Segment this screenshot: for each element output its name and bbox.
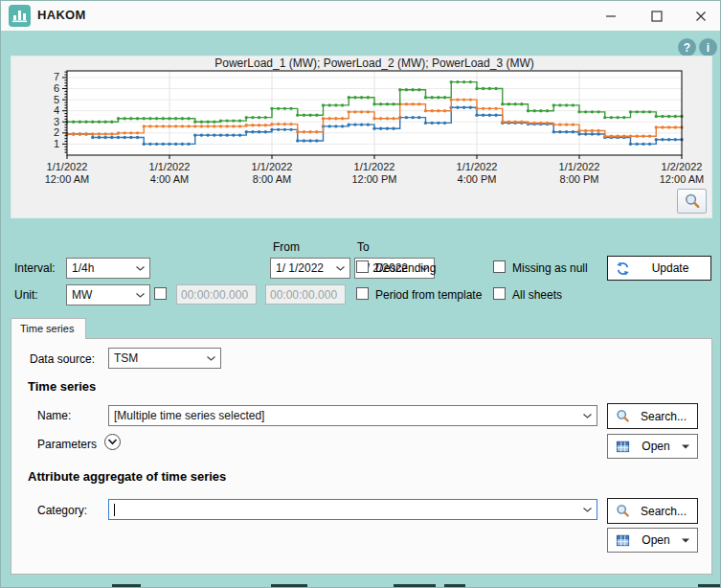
svg-text:8:00 AM: 8:00 AM [253, 173, 291, 185]
interval-select[interactable]: 1/4h [66, 258, 150, 279]
category-input[interactable] [108, 499, 597, 520]
data-source-select[interactable]: TSM [108, 348, 221, 369]
descending-checkbox[interactable] [356, 260, 369, 273]
to-label: To [357, 240, 370, 254]
svg-text:4:00 PM: 4:00 PM [458, 173, 497, 185]
period-from-template-label: Period from template [375, 288, 482, 302]
minimize-button[interactable] [590, 1, 632, 31]
chevron-down-icon [207, 356, 215, 361]
open-category-button[interactable]: Open [607, 528, 698, 553]
chevron-down-icon [136, 293, 145, 298]
svg-text:12:00 PM: 12:00 PM [351, 173, 396, 185]
help-button[interactable]: ? [678, 38, 696, 57]
search-category-button[interactable]: Search... [607, 498, 698, 524]
missing-as-null-label: Missing as null [512, 261, 588, 275]
info-icon: i [707, 42, 710, 54]
titlebar: HAKOM [1, 1, 720, 31]
chevron-down-icon [136, 266, 145, 271]
all-sheets-checkbox[interactable] [493, 287, 506, 300]
name-select[interactable]: [Multiple time series selected] [108, 405, 597, 426]
maximize-button[interactable] [636, 1, 678, 31]
from-date-picker[interactable]: 1/ 1/2022 [270, 258, 350, 279]
maximize-icon [649, 9, 665, 24]
parameters-label: Parameters [37, 438, 97, 451]
svg-text:1: 1 [54, 138, 59, 149]
svg-text:12:00 AM: 12:00 AM [45, 173, 89, 185]
app-window: HAKOM ? i PowerLoad_1 (MW); PowerLoad_2 … [0, 0, 721, 588]
text-cursor [114, 504, 115, 516]
attribute-aggregate-heading: Attribute aggregate of time series [28, 469, 226, 484]
svg-text:1/1/2022: 1/1/2022 [457, 161, 498, 172]
svg-text:7: 7 [54, 71, 59, 82]
dropdown-caret-icon [682, 538, 689, 543]
svg-text:1/1/2022: 1/1/2022 [252, 161, 293, 172]
update-button[interactable]: Update [607, 256, 711, 281]
svg-text:3: 3 [54, 116, 59, 127]
unit-select[interactable]: MW [66, 284, 150, 305]
chevron-down-icon [107, 439, 118, 445]
background-window-edge [271, 584, 307, 587]
tab-time-series[interactable]: Time series [11, 318, 86, 339]
search-icon [616, 409, 630, 423]
svg-text:4:00 AM: 4:00 AM [150, 173, 189, 185]
refresh-icon [616, 261, 630, 276]
all-sheets-label: All sheets [512, 288, 562, 302]
svg-text:5: 5 [54, 94, 59, 105]
time-to-field[interactable]: 00:00:00.000 [265, 284, 346, 305]
interval-label: Interval: [14, 261, 56, 275]
unit-label: Unit: [14, 288, 38, 302]
background-window-edge [394, 584, 436, 587]
chart-zoom-button[interactable] [677, 189, 707, 214]
chevron-down-icon [583, 508, 592, 512]
missing-as-null-checkbox[interactable] [493, 260, 506, 273]
timeseries-chart: PowerLoad_1 (MW); PowerLoad_2 (MW); Powe… [11, 57, 711, 217]
chart-title: PowerLoad_1 (MW); PowerLoad_2 (MW); Powe… [214, 57, 533, 70]
table-icon [616, 440, 630, 454]
data-source-label: Data source: [30, 352, 95, 366]
period-from-template-checkbox[interactable] [356, 287, 369, 300]
background-window-edge [112, 584, 141, 587]
category-label: Category: [37, 504, 87, 517]
chart-panel: PowerLoad_1 (MW); PowerLoad_2 (MW); Powe… [11, 56, 712, 218]
info-button[interactable]: i [699, 38, 717, 57]
svg-text:8:00 PM: 8:00 PM [560, 173, 599, 185]
svg-text:1/1/2022: 1/1/2022 [149, 161, 191, 172]
dropdown-caret-icon [682, 444, 689, 449]
chevron-down-icon [336, 266, 345, 271]
svg-text:6: 6 [54, 82, 59, 94]
time-from-field[interactable]: 00:00:00.000 [176, 284, 257, 305]
background-window-edge [444, 584, 465, 587]
help-icon: ? [684, 42, 690, 54]
close-icon [693, 9, 709, 24]
name-label: Name: [37, 409, 71, 422]
svg-text:1/1/2022: 1/1/2022 [559, 161, 600, 172]
svg-text:1/1/2022: 1/1/2022 [354, 161, 395, 172]
chevron-down-icon [583, 414, 592, 418]
svg-text:1/1/2022: 1/1/2022 [47, 161, 88, 172]
open-name-button[interactable]: Open [607, 434, 698, 459]
svg-text:12:00 AM: 12:00 AM [660, 173, 704, 185]
time-enable-checkbox[interactable] [154, 287, 167, 300]
window-title: HAKOM [37, 8, 86, 22]
search-name-button[interactable]: Search... [607, 403, 698, 429]
from-label: From [273, 240, 300, 254]
search-icon [616, 504, 630, 518]
background-window-edge [698, 584, 721, 587]
svg-text:2: 2 [54, 126, 59, 138]
parameters-expander-button[interactable] [104, 434, 121, 450]
close-button[interactable] [679, 1, 721, 31]
descending-label: Descending [375, 261, 436, 275]
table-icon [616, 533, 630, 548]
time-series-heading: Time series [28, 379, 96, 394]
minimize-icon [603, 9, 619, 24]
svg-text:1/2/2022: 1/2/2022 [662, 161, 703, 172]
svg-text:4: 4 [54, 104, 59, 116]
app-logo-icon [9, 5, 31, 27]
magnifier-icon [684, 192, 701, 210]
